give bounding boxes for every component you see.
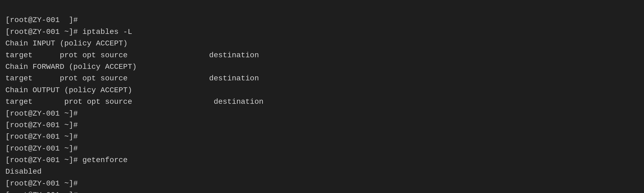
terminal-line: [root@ZY-001 ]# [5,14,639,26]
terminal-line: target prot opt source destination [5,96,639,108]
terminal-line: target prot opt source destination [5,49,639,61]
terminal-line: Disabled [5,166,639,177]
terminal-line: [root@ZY-001 ~]# [5,119,639,131]
terminal-line: [root@ZY-001 ~]# getenforce [5,154,639,166]
terminal-line: Chain INPUT (policy ACCEPT) [5,38,639,49]
terminal-line: Chain FORWARD (policy ACCEPT) [5,61,639,73]
terminal-line: [root@ZY-001 ~]# [5,131,639,142]
terminal-line: [root@ZY-001 ~]# [5,143,639,154]
terminal-line: [root@ZY-001 ~]# [5,178,639,189]
terminal-line: [root@ZY-001 ~]# [5,189,639,193]
terminal-line: target prot opt source destination [5,73,639,84]
terminal-output: [root@ZY-001 ]#[root@ZY-001 ~]# iptables… [5,3,639,193]
terminal-line: [root@ZY-001 ~]# [5,108,639,119]
terminal-line: [root@ZY-001 ~]# iptables -L [5,26,639,38]
terminal-line: Chain OUTPUT (policy ACCEPT) [5,84,639,96]
